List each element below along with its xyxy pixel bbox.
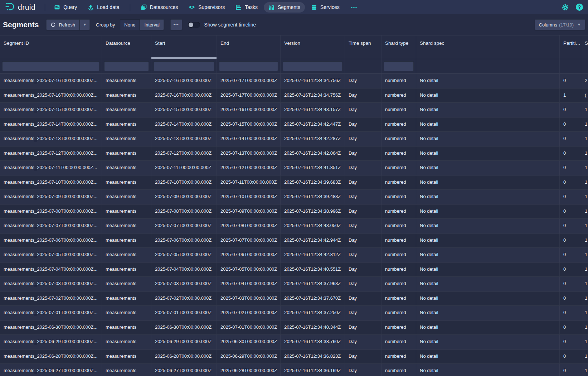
cell-segment-id[interactable]: measurements_2025-07-16T00:00:00.000Z... <box>0 74 102 88</box>
cell-datasource[interactable]: measurements <box>102 262 151 277</box>
cell-time-span[interactable]: Day <box>345 103 382 117</box>
cell-start[interactable]: 2025-06-27T00:00:00.000Z <box>151 364 217 376</box>
cell-version[interactable]: 2025-07-16T12:34:42.812Z <box>281 248 345 262</box>
cell-start[interactable]: 2025-07-13T00:00:00.000Z <box>151 132 217 146</box>
cell-size[interactable]: 1 <box>581 306 588 320</box>
cell-start[interactable]: 2025-06-30T00:00:00.000Z <box>151 320 217 335</box>
cell-partition[interactable]: 0 <box>560 219 581 233</box>
cell-segment-id[interactable]: measurements_2025-07-16T00:00:00.000Z... <box>0 88 102 103</box>
cell-partition[interactable]: 0 <box>560 277 581 291</box>
cell-end[interactable]: 2025-07-01T00:00:00.000Z <box>217 320 281 335</box>
cell-shard-spec[interactable]: No detail <box>416 350 560 364</box>
cell-shard-spec[interactable]: No detail <box>416 161 560 175</box>
cell-segment-id[interactable]: measurements_2025-07-02T00:00:00.000Z... <box>0 291 102 306</box>
group-by-option-none[interactable]: None <box>120 19 140 30</box>
cell-end[interactable]: 2025-07-02T00:00:00.000Z <box>217 306 281 320</box>
cell-end[interactable]: 2025-06-30T00:00:00.000Z <box>217 335 281 349</box>
cell-start[interactable]: 2025-06-29T00:00:00.000Z <box>151 335 217 349</box>
cell-start[interactable]: 2025-07-08T00:00:00.000Z <box>151 204 217 219</box>
cell-end[interactable]: 2025-07-12T00:00:00.000Z <box>217 161 281 175</box>
cell-partition[interactable]: 0 <box>560 335 581 349</box>
druid-logo[interactable]: druid <box>5 1 35 13</box>
cell-shard-spec[interactable]: No detail <box>416 306 560 320</box>
cell-partition[interactable]: 0 <box>560 175 581 190</box>
cell-version[interactable]: 2025-07-16T12:34:38.996Z <box>281 204 345 219</box>
cell-version[interactable]: 2025-07-16T12:34:43.050Z <box>281 219 345 233</box>
cell-segment-id[interactable]: measurements_2025-07-03T00:00:00.000Z... <box>0 277 102 291</box>
cell-datasource[interactable]: measurements <box>102 204 151 219</box>
cell-shard-spec[interactable]: No detail <box>416 219 560 233</box>
filter-input-datasource[interactable] <box>104 61 149 71</box>
cell-start[interactable]: 2025-07-07T00:00:00.000Z <box>151 219 217 233</box>
nav-item-tasks[interactable]: Tasks <box>231 2 262 13</box>
cell-segment-id[interactable]: measurements_2025-07-04T00:00:00.000Z... <box>0 262 102 277</box>
cell-shard-type[interactable]: numbered <box>382 88 416 103</box>
cell-end[interactable]: 2025-07-13T00:00:00.000Z <box>217 146 281 161</box>
cell-partition[interactable]: 0 <box>560 306 581 320</box>
segment-timeline-toggle[interactable] <box>188 22 200 28</box>
cell-version[interactable]: 2025-07-16T12:34:39.483Z <box>281 190 345 204</box>
column-header-size[interactable]: Size <box>581 35 588 59</box>
cell-partition[interactable]: 0 <box>560 161 581 175</box>
cell-end[interactable]: 2025-07-07T00:00:00.000Z <box>217 233 281 248</box>
cell-shard-type[interactable]: numbered <box>382 262 416 277</box>
cell-version[interactable]: 2025-07-16T12:34:40.344Z <box>281 320 345 335</box>
cell-shard-type[interactable]: numbered <box>382 132 416 146</box>
cell-shard-spec[interactable]: No detail <box>416 335 560 349</box>
cell-version[interactable]: 2025-07-16T12:34:40.551Z <box>281 262 345 277</box>
cell-start[interactable]: 2025-07-12T00:00:00.000Z <box>151 146 217 161</box>
cell-shard-spec[interactable]: No detail <box>416 262 560 277</box>
cell-size[interactable]: 1 <box>581 335 588 349</box>
cell-partition[interactable]: 0 <box>560 233 581 248</box>
cell-size[interactable]: ( <box>581 88 588 103</box>
cell-time-span[interactable]: Day <box>345 74 382 88</box>
cell-segment-id[interactable]: measurements_2025-07-14T00:00:00.000Z... <box>0 117 102 132</box>
help-icon[interactable]: ? <box>576 4 583 11</box>
cell-version[interactable]: 2025-07-16T12:34:42.447Z <box>281 117 345 132</box>
cell-version[interactable]: 2025-07-16T12:34:34.756Z <box>281 88 345 103</box>
cell-datasource[interactable]: measurements <box>102 190 151 204</box>
cell-shard-spec[interactable]: No detail <box>416 132 560 146</box>
cell-shard-type[interactable]: numbered <box>382 350 416 364</box>
cell-datasource[interactable]: measurements <box>102 175 151 190</box>
nav-item-more[interactable] <box>346 2 362 13</box>
cell-segment-id[interactable]: measurements_2025-07-15T00:00:00.000Z... <box>0 103 102 117</box>
cell-time-span[interactable]: Day <box>345 190 382 204</box>
cell-segment-id[interactable]: measurements_2025-07-13T00:00:00.000Z... <box>0 132 102 146</box>
cell-partition[interactable]: 0 <box>560 74 581 88</box>
cell-partition[interactable]: 0 <box>560 132 581 146</box>
filter-input-start[interactable] <box>154 61 214 71</box>
cell-size[interactable]: 1 <box>581 233 588 248</box>
cell-segment-id[interactable]: measurements_2025-06-27T00:00:00.000Z... <box>0 364 102 376</box>
cell-size[interactable]: 1 <box>581 204 588 219</box>
cell-datasource[interactable]: measurements <box>102 161 151 175</box>
cell-shard-type[interactable]: numbered <box>382 161 416 175</box>
cell-shard-type[interactable]: numbered <box>382 233 416 248</box>
filter-input-end[interactable] <box>219 61 278 71</box>
nav-item-services[interactable]: Services <box>306 2 344 13</box>
cell-end[interactable]: 2025-07-10T00:00:00.000Z <box>217 190 281 204</box>
cell-version[interactable]: 2025-07-16T12:34:43.157Z <box>281 103 345 117</box>
cell-shard-spec[interactable]: No detail <box>416 277 560 291</box>
cell-shard-spec[interactable]: No detail <box>416 175 560 190</box>
cell-datasource[interactable]: measurements <box>102 146 151 161</box>
cell-size[interactable]: 1 <box>581 262 588 277</box>
cell-version[interactable]: 2025-07-16T12:34:39.683Z <box>281 175 345 190</box>
cell-partition[interactable]: 0 <box>560 262 581 277</box>
cell-time-span[interactable]: Day <box>345 364 382 376</box>
filter-input-shard-type[interactable] <box>384 61 414 71</box>
cell-end[interactable]: 2025-07-17T00:00:00.000Z <box>217 88 281 103</box>
cell-shard-spec[interactable]: No detail <box>416 204 560 219</box>
cell-version[interactable]: 2025-07-16T12:34:37.963Z <box>281 277 345 291</box>
cell-shard-spec[interactable]: No detail <box>416 291 560 306</box>
cell-version[interactable]: 2025-07-16T12:34:41.851Z <box>281 161 345 175</box>
cell-version[interactable]: 2025-07-16T12:34:42.064Z <box>281 146 345 161</box>
cell-datasource[interactable]: measurements <box>102 103 151 117</box>
cell-shard-type[interactable]: numbered <box>382 74 416 88</box>
cell-time-span[interactable]: Day <box>345 291 382 306</box>
cell-start[interactable]: 2025-07-16T00:00:00.000Z <box>151 88 217 103</box>
column-header-time-span[interactable]: Time span <box>345 35 382 59</box>
cell-size[interactable]: 1 <box>581 219 588 233</box>
cell-shard-type[interactable]: numbered <box>382 277 416 291</box>
cell-partition[interactable]: 0 <box>560 117 581 132</box>
